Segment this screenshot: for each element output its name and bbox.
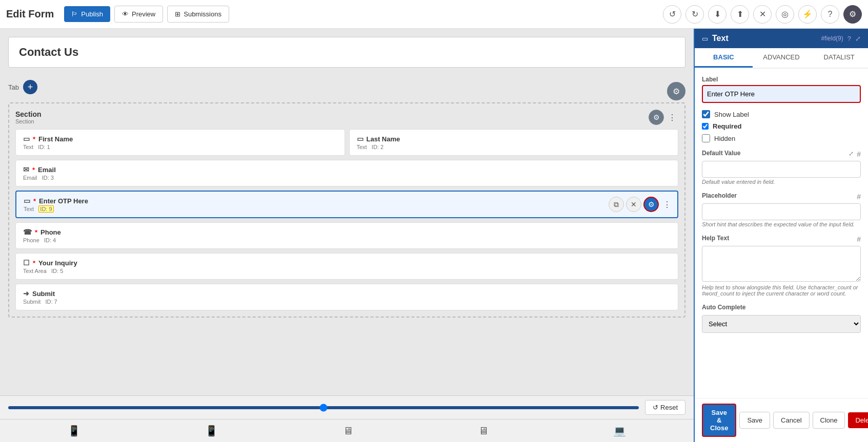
textarea-icon: ☐ [23, 259, 30, 267]
email-icon: ✉ [23, 165, 29, 174]
download-button[interactable]: ⬇ [708, 5, 726, 24]
section-sub: Section [15, 118, 42, 124]
delete-field-button[interactable]: ✕ [626, 197, 641, 212]
panel-tabs: BASIC ADVANCED DATALIST [695, 48, 868, 69]
default-value-hint: Default value entered in field. [702, 179, 861, 185]
panel-header: ▭ Text #field(9) ? ⤢ [695, 29, 868, 48]
global-gear-button[interactable]: ⚙ [667, 82, 685, 100]
field-gear-button[interactable]: ⚙ [643, 197, 659, 212]
phone-icon: ☎ [23, 228, 32, 236]
page-title: Edit Form [6, 8, 54, 20]
zoom-slider[interactable] [8, 406, 639, 409]
label-field-label: Label [702, 76, 861, 83]
default-value-input[interactable] [702, 161, 861, 178]
tools-button[interactable]: ✕ [753, 5, 772, 24]
placeholder-input[interactable] [702, 203, 861, 220]
panel-footer: Save & Close Save Cancel Clone Delete [695, 398, 868, 442]
tablet-landscape-icon[interactable]: 💻 [613, 425, 626, 437]
tab-datalist[interactable]: DATALIST [810, 48, 868, 68]
publish-button[interactable]: 🏳 Publish [64, 6, 110, 22]
label-section: Label [702, 76, 861, 103]
delete-button[interactable]: Delete [848, 412, 868, 428]
fields-grid: ▭ * First Name Text ID: 1 ▭ Last Name [15, 129, 678, 310]
preview-button[interactable]: 👁 Preview [114, 6, 163, 23]
right-panel: ▭ Text #field(9) ? ⤢ BASIC ADVANCED DATA… [694, 29, 868, 442]
filter-button[interactable]: ◎ [776, 5, 794, 24]
tv-icon[interactable]: 🖥 [478, 425, 489, 437]
show-label-checkbox[interactable] [702, 110, 710, 118]
help-text-label: Help Text [702, 235, 729, 242]
show-label-text: Show Label [714, 111, 749, 118]
auto-complete-select[interactable]: Select [702, 315, 861, 333]
mobile-icon[interactable]: 📱 [68, 425, 80, 437]
tab-basic[interactable]: BASIC [695, 48, 753, 68]
placeholder-hash-icon[interactable]: # [857, 193, 861, 201]
section-gear-button[interactable]: ⚙ [649, 110, 664, 125]
field-submit[interactable]: ➜ Submit Submit ID: 7 [15, 284, 678, 310]
field-first-name[interactable]: ▭ * First Name Text ID: 1 [15, 129, 345, 156]
cancel-button[interactable]: Cancel [773, 412, 809, 429]
help-text-section: Help Text # Help text to show alongside … [702, 235, 861, 297]
main-layout: Contact Us Tab + ⚙ Section Section [0, 29, 868, 442]
eye-icon: 👁 [122, 10, 129, 18]
field-last-name[interactable]: ▭ Last Name Text ID: 2 [349, 129, 679, 156]
help-text-hash-icon[interactable]: # [857, 235, 861, 243]
lightning-button[interactable]: ⚡ [798, 5, 817, 24]
fields-row-otp: ▭ * Enter OTP Here Text ID: 9 ⧉ ✕ ⚙ ⋮ [15, 191, 678, 218]
default-value-label: Default Value [702, 150, 740, 157]
field-phone[interactable]: ☎ * Phone Phone ID: 4 [15, 222, 678, 249]
otp-field-icon: ▭ [24, 197, 30, 205]
fields-row-1: ▭ * First Name Text ID: 1 ▭ Last Name [15, 129, 678, 156]
panel-expand-icon[interactable]: ⤢ [855, 35, 861, 43]
tab-advanced[interactable]: ADVANCED [753, 48, 811, 68]
fields-row-email: ✉ * Email Email ID: 3 [15, 160, 678, 186]
placeholder-hint: Short hint that describes the expected v… [702, 221, 861, 227]
field-email[interactable]: ✉ * Email Email ID: 3 [15, 160, 678, 186]
add-tab-button[interactable]: + [23, 80, 37, 94]
save-close-button[interactable]: Save & Close [702, 404, 736, 437]
tablet-portrait-icon[interactable]: 📱 [205, 425, 218, 437]
auto-complete-section: Auto Complete Select [702, 304, 861, 333]
upload-button[interactable]: ⬆ [731, 5, 749, 24]
submissions-button[interactable]: ⊞ Submissions [167, 6, 229, 23]
section-title: Section [15, 110, 42, 118]
hash-icon[interactable]: # [857, 150, 861, 158]
redo-button[interactable]: ↻ [685, 5, 704, 24]
hidden-row: Hidden [702, 134, 861, 142]
section-header: Section Section ⚙ ⋮ [15, 110, 678, 125]
resize-icon[interactable]: ⤢ [849, 150, 854, 158]
history-button[interactable]: ↺ [663, 5, 681, 24]
checkbox-section: Show Label Required ➜ Hidden [702, 110, 861, 142]
panel-title: Text [712, 34, 817, 43]
settings-button[interactable]: ⚙ [843, 5, 862, 24]
clone-button[interactable]: Clone [813, 412, 845, 429]
hidden-checkbox[interactable] [702, 134, 710, 142]
publish-icon: 🏳 [71, 10, 78, 18]
field-otp[interactable]: ▭ * Enter OTP Here Text ID: 9 ⧉ ✕ ⚙ ⋮ [15, 191, 678, 218]
panel-field-id: #field(9) [821, 35, 843, 42]
tab-label: Tab [8, 83, 19, 91]
field-inquiry[interactable]: ☐ * Your Inquiry Text Area ID: 5 [15, 253, 678, 280]
fields-row-phone: ☎ * Phone Phone ID: 4 [15, 222, 678, 249]
fields-row-submit: ➜ Submit Submit ID: 7 [15, 284, 678, 310]
submit-icon: ➜ [23, 289, 29, 298]
label-input[interactable] [702, 85, 861, 103]
section-dots-button[interactable]: ⋮ [666, 110, 678, 125]
save-button[interactable]: Save [739, 412, 770, 429]
text-field-icon: ▭ [23, 135, 30, 143]
default-value-section: Default Value ⤢ # Default value entered … [702, 150, 861, 185]
help-button[interactable]: ? [821, 5, 839, 24]
text-field-icon-2: ▭ [357, 135, 364, 143]
panel-help-icon[interactable]: ? [847, 35, 851, 43]
form-area: Contact Us Tab + ⚙ Section Section [0, 29, 694, 442]
reset-button[interactable]: ↺ Reset [645, 400, 685, 415]
copy-field-button[interactable]: ⧉ [609, 197, 624, 212]
required-checkbox[interactable] [702, 123, 709, 130]
help-text-input[interactable] [702, 246, 861, 282]
tab-bar: Tab + [8, 76, 685, 98]
desktop-icon[interactable]: 🖥 [343, 425, 353, 437]
section-wrapper: Section Section ⚙ ⋮ [8, 102, 685, 318]
panel-body: Label Show Label Required ➜ Hidden [695, 69, 868, 398]
field-dots-button[interactable]: ⋮ [661, 198, 673, 212]
required-text: Required [713, 122, 741, 130]
